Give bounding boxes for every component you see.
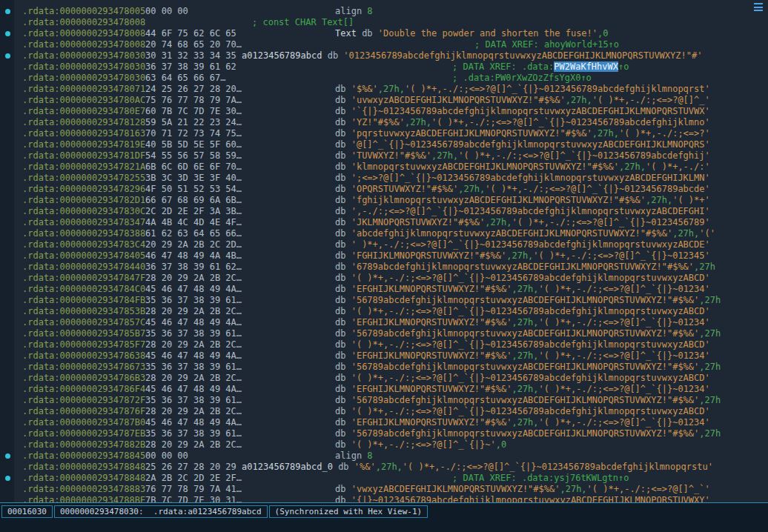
listing-line[interactable]: .rdata:00000002934788BE7B 7C 7D 7E 30 31… [0, 495, 768, 502]
listing-line[interactable]: .rdata:000000029347888376 77 78 79 7A 41… [0, 484, 768, 495]
address: .rdata:0000000293478405 [22, 250, 145, 262]
status-file-offset: 00016030 [1, 505, 53, 518]
byte-values: 28 20 29 2A 2B 2C… [145, 339, 335, 350]
string-literal: '( )*+,-./:;<=>?@[]^_`{|}~0123456789abcd… [351, 339, 710, 350]
listing-line[interactable]: .rdata:00000002934786F445 46 47 48 49 4A… [0, 384, 768, 395]
listing-line[interactable]: .rdata:00000002934783474A 4B 4C 4D 4E 4F… [0, 217, 768, 228]
comment-text: ; DATA XREF: .data: [452, 61, 554, 72]
byte-values: 59 5A 21 22 23 24… [145, 117, 335, 128]
item-marker-dot [5, 53, 10, 59]
mnemonic: db [335, 173, 345, 183]
number-literal: ,27h, [512, 417, 538, 428]
listing-line[interactable]: .rdata:000000029347838861 62 63 64 65 66… [0, 228, 768, 239]
listing-line[interactable]: .rdata:000000029347867335 36 37 38 39 61… [0, 362, 768, 373]
listing-line[interactable]: .rdata:00000002934782D166 67 68 69 6A 6B… [0, 195, 768, 206]
listing-line[interactable]: .rdata:000000029347876F28 20 29 2A 2B 2C… [0, 406, 768, 417]
listing-line[interactable]: .rdata:000000029347800500 00 00align 8 [0, 6, 768, 17]
comment-text: ↑o [618, 61, 629, 72]
listing-line[interactable]: .rdata:00000002934782553B 3C 3D 3E 3F 40… [0, 173, 768, 184]
listing-line[interactable]: .rdata:00000002934784FB35 36 37 38 39 61… [0, 295, 768, 306]
listing-line[interactable]: .rdata:000000029347821A6B 6C 6D 6E 6F 70… [0, 162, 768, 173]
mnemonic: db [328, 50, 338, 61]
number-literal: 8 [367, 6, 372, 16]
listing-line[interactable]: .rdata:000000029347816370 71 72 73 74 75… [0, 128, 768, 139]
listing-line[interactable]: .rdata:000000029347847F28 20 29 2A 2B 2C… [0, 273, 768, 284]
mnemonic: db [335, 84, 345, 94]
mnemonic: db [335, 417, 345, 428]
address: .rdata:000000029347857C [22, 317, 145, 328]
byte-values: 63 64 65 66 67… [145, 73, 335, 84]
string-literal: '56789abcdefghijklmnopqrstuvwxyzABCDEFGH… [351, 295, 700, 305]
string-literal: '( )*+,-./:;<=>?@[]^_`{|}~01234' [539, 384, 710, 394]
string-literal: 'fghijklmnopqrstuvwxyzABCDEFGHIJKLMNOPQR… [351, 195, 646, 205]
listing-line[interactable]: .rdata:000000029347884500 00 00align 8 [0, 450, 768, 462]
listing-line[interactable]: .rdata:000000029347884825 26 27 28 20 29… [0, 462, 768, 473]
byte-values: 2C 2D 2E 2F 3A 3B… [145, 206, 335, 217]
mnemonic: db [335, 117, 345, 127]
listing-line[interactable]: .rdata:000000029347803063 64 65 66 67…; … [0, 73, 768, 84]
listing-line[interactable]: .rdata:000000029347803036 37 38 39 61 62… [0, 61, 768, 73]
listing-line[interactable]: .rdata:00000002934786B328 20 29 2A 2B 2C… [0, 373, 768, 384]
mnemonic: align [335, 6, 362, 16]
listing-line[interactable]: .rdata:00000002934788482A 2B 2C 2D 2E 2F… [0, 473, 768, 484]
mnemonic: db [362, 28, 372, 39]
listing-line[interactable]: .rdata:00000002934782964F 50 51 52 53 54… [0, 184, 768, 195]
listing-line[interactable]: .rdata:00000002934781DF54 55 56 57 58 59… [0, 150, 768, 162]
number-literal: ,27h, [512, 317, 538, 327]
string-literal: '( )*+,-./:;<=>?@[]^_`{|}~0123456789' [512, 217, 709, 227]
listing-line[interactable]: .rdata:000000029347857C45 46 47 48 49 4A… [0, 317, 768, 328]
listing-line[interactable]: .rdata:00000002934787B045 46 47 48 49 4A… [0, 417, 768, 428]
byte-values: 44 6F 75 62 6C 65 [145, 28, 335, 39]
listing-line[interactable]: .rdata:00000002934784C045 46 47 48 49 4A… [0, 284, 768, 295]
byte-values: 35 36 37 38 39 61… [145, 362, 335, 373]
listing-line[interactable]: .rdata:000000029347863845 46 47 48 49 4A… [0, 350, 768, 362]
string-literal: '( )*+,-./:;<=>?@[]^_`{|}~0123456789abcd… [351, 306, 710, 316]
listing-line[interactable]: .rdata:000000029347853B28 20 29 2A 2B 2C… [0, 306, 768, 317]
number-literal: ,27h, [376, 462, 403, 472]
listing-line[interactable]: .rdata:000000029347819E40 5B 5D 5E 5F 60… [0, 139, 768, 150]
string-literal: 'FGHIJKLMNOPQRSTUVWXYZ!"#$%&' [351, 250, 507, 261]
string-literal: '( )*+,-./:;<=>?' [619, 128, 710, 139]
disassembly-view: .rdata:000000029347800500 00 00align 8.r… [0, 0, 768, 502]
string-literal: 'EFGHIJKLMNOPQRSTUVWXYZ!"#$%&' [351, 350, 512, 361]
menu-icon[interactable] [753, 2, 764, 12]
listing-line[interactable]: .rdata:000000029347800820 74 68 65 20 70… [0, 39, 768, 50]
number-literal: ,27h [699, 295, 721, 305]
listing-line[interactable]: .rdata:000000029347844036 37 38 39 61 62… [0, 262, 768, 273]
listing-line[interactable]: .rdata:000000029347800844 6F 75 62 6C 65… [0, 28, 768, 39]
byte-values: 35 36 37 38 39 61… [145, 295, 335, 306]
byte-values: 6B 6C 6D 6E 6F 70… [145, 162, 335, 173]
listing-line[interactable]: .rdata:00000002934780AC75 76 77 78 79 7A… [0, 95, 768, 106]
listing-line[interactable]: .rdata:00000002934780E760 7B 7C 7D 7E 30… [0, 106, 768, 117]
listing-line[interactable]: .rdata:00000002934783C420 29 2A 2B 2C 2D… [0, 239, 768, 250]
byte-values: 75 76 77 78 79 7A… [145, 95, 335, 106]
mnemonic: db [335, 195, 345, 205]
string-literal: '@[]^_`{|}~0123456789abcdefghijklmnopqrs… [351, 139, 710, 150]
address: .rdata:00000002934784C0 [22, 284, 145, 295]
listing-line[interactable]: .rdata:000000029347882B28 20 29 2A 2B 2C… [0, 439, 768, 450]
string-literal: '( )*+,-./:;<=>?@[]^_`{|}~0123456789abcd… [351, 373, 710, 383]
listing-line[interactable]: .rdata:000000029347840546 47 48 49 4A 4B… [0, 250, 768, 262]
mnemonic: db [335, 128, 345, 139]
listing-line[interactable]: .rdata:0000000293478008; const CHAR Text… [0, 17, 768, 28]
string-literal: 'EFGHIJKLMNOPQRSTUVWXYZ!"#$%&' [351, 384, 512, 394]
address: .rdata:0000000293478008 [22, 39, 145, 50]
string-literal: 'uvwxyzABCDEFGHIJKLMNOPQRSTUVWXYZ!"#$%&' [351, 95, 566, 105]
string-literal: '( )*+,-./:;<=>?@[]^_`{|}~01234' [539, 417, 710, 428]
mnemonic: db [335, 306, 345, 316]
listing-line[interactable]: .rdata:000000029347807124 25 26 27 28 20… [0, 84, 768, 95]
listing-line[interactable]: .rdata:000000029347812859 5A 21 22 23 24… [0, 117, 768, 128]
byte-values: 00 00 00 [145, 6, 335, 17]
number-literal: ,27h, [506, 250, 533, 261]
listing-line[interactable]: .rdata:000000029347803030 31 32 33 34 35… [0, 50, 768, 61]
string-literal: '$%&' [351, 84, 378, 94]
address: .rdata:0000000293478388 [22, 228, 145, 239]
listing-line[interactable]: .rdata:00000002934785F728 20 29 2A 2B 2C… [0, 339, 768, 350]
string-literal: 'pqrstuvwxyzABCDEFGHIJKLMNOPQRSTUVWXYZ!"… [351, 128, 592, 139]
listing-line[interactable]: .rdata:000000029347872F35 36 37 38 39 61… [0, 395, 768, 406]
string-literal: '( )*+,-./:;<=>?@[]^_`{|}~' [351, 439, 496, 450]
listing-line[interactable]: .rdata:00000002934785B735 36 37 38 39 61… [0, 328, 768, 339]
listing-line[interactable]: .rdata:000000029347830C2C 2D 2E 2F 3A 3B… [0, 206, 768, 217]
listing-line[interactable]: .rdata:00000002934787EB35 36 37 38 39 61… [0, 428, 768, 439]
string-literal: '%&' [354, 462, 376, 472]
